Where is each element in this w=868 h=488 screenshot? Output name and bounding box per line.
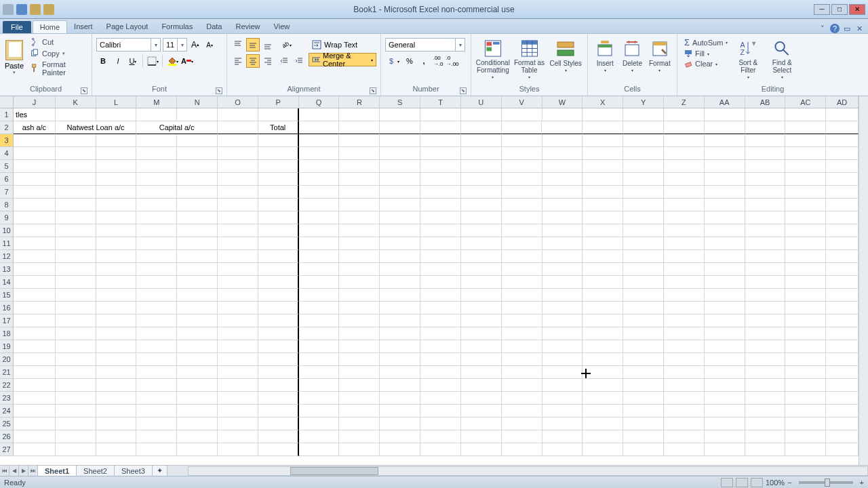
cell[interactable] <box>218 353 258 366</box>
increase-decimal-button[interactable]: .00→.0 <box>432 54 444 68</box>
cell[interactable] <box>299 199 340 211</box>
maximize-button[interactable]: □ <box>831 4 848 15</box>
cell[interactable] <box>258 173 299 186</box>
file-tab[interactable]: File <box>3 21 31 33</box>
cell[interactable] <box>583 263 623 276</box>
cell[interactable] <box>299 173 340 186</box>
cell[interactable] <box>299 392 340 405</box>
cell[interactable] <box>177 160 218 173</box>
cell[interactable] <box>258 224 299 237</box>
cell[interactable] <box>623 443 664 456</box>
cell[interactable] <box>664 250 705 263</box>
cell[interactable] <box>380 302 420 314</box>
cell[interactable] <box>461 443 502 456</box>
cell[interactable] <box>96 199 137 211</box>
cell[interactable] <box>14 237 56 250</box>
cell[interactable] <box>583 173 623 186</box>
cell[interactable] <box>339 121 380 134</box>
cell[interactable] <box>502 366 542 379</box>
border-button[interactable]: ▾ <box>146 54 159 68</box>
cell[interactable] <box>56 237 96 250</box>
cell[interactable] <box>745 443 786 456</box>
align-right-button[interactable] <box>261 54 275 68</box>
cell[interactable] <box>745 199 786 211</box>
cell[interactable] <box>542 134 583 147</box>
cell[interactable] <box>583 108 623 121</box>
cell[interactable] <box>218 430 258 443</box>
cell[interactable] <box>542 430 583 443</box>
cell[interactable] <box>542 276 583 289</box>
cell[interactable] <box>583 121 623 134</box>
row-header[interactable]: 21 <box>0 366 14 379</box>
column-header[interactable]: S <box>380 96 420 108</box>
cell[interactable] <box>502 224 542 237</box>
cell[interactable] <box>461 160 502 173</box>
cell[interactable] <box>96 173 137 186</box>
cell[interactable] <box>136 443 177 456</box>
cell[interactable] <box>258 211 299 224</box>
cell[interactable] <box>502 121 542 134</box>
cell[interactable] <box>96 418 137 430</box>
help-icon[interactable]: ? <box>830 24 840 33</box>
cell[interactable] <box>542 224 583 237</box>
cell[interactable] <box>745 379 786 392</box>
cell[interactable] <box>705 147 745 160</box>
cell[interactable] <box>14 302 56 314</box>
cell[interactable] <box>136 147 177 160</box>
cell[interactable] <box>380 250 420 263</box>
cell[interactable] <box>136 211 177 224</box>
cell[interactable] <box>136 392 177 405</box>
cell[interactable] <box>339 250 380 263</box>
cell[interactable] <box>420 392 461 405</box>
cell[interactable] <box>96 211 137 224</box>
cell[interactable] <box>56 134 96 147</box>
cell[interactable] <box>177 405 218 418</box>
cell[interactable] <box>299 108 340 121</box>
cell[interactable] <box>96 379 137 392</box>
cell[interactable] <box>705 250 745 263</box>
cell[interactable] <box>299 224 340 237</box>
increase-font-button[interactable]: A▴ <box>189 38 201 52</box>
cell[interactable] <box>299 186 340 199</box>
cell[interactable] <box>56 405 96 418</box>
row-header[interactable]: 20 <box>0 353 14 366</box>
alignment-dialog-icon[interactable]: ⬊ <box>370 87 376 94</box>
cell[interactable] <box>705 160 745 173</box>
cell[interactable] <box>380 211 420 224</box>
cell[interactable] <box>785 443 826 456</box>
cell[interactable] <box>14 224 56 237</box>
cell[interactable] <box>177 302 218 314</box>
cell[interactable] <box>299 211 340 224</box>
wrap-text-button[interactable]: Wrap Text <box>309 38 376 52</box>
cell[interactable] <box>96 353 137 366</box>
cell[interactable] <box>542 340 583 353</box>
cell[interactable] <box>705 237 745 250</box>
cell[interactable] <box>339 392 380 405</box>
cell[interactable] <box>177 289 218 302</box>
cell[interactable] <box>136 314 177 327</box>
cell[interactable] <box>56 199 96 211</box>
cell[interactable] <box>542 108 583 121</box>
cell[interactable] <box>664 289 705 302</box>
cell[interactable] <box>461 108 502 121</box>
cell[interactable] <box>785 379 826 392</box>
cell[interactable] <box>339 418 380 430</box>
number-format-select[interactable]: General▾ <box>385 38 465 52</box>
cell[interactable] <box>177 108 218 121</box>
cell[interactable] <box>380 173 420 186</box>
cell[interactable] <box>218 366 258 379</box>
cell[interactable] <box>785 276 826 289</box>
cell[interactable] <box>785 340 826 353</box>
number-dialog-icon[interactable]: ⬊ <box>460 87 467 94</box>
cell[interactable] <box>258 186 299 199</box>
cell[interactable] <box>664 443 705 456</box>
column-header[interactable]: AB <box>745 96 786 108</box>
cell[interactable] <box>339 237 380 250</box>
cell[interactable] <box>96 314 137 327</box>
cell[interactable] <box>420 430 461 443</box>
cell[interactable] <box>785 199 826 211</box>
cell[interactable] <box>177 224 218 237</box>
cell[interactable] <box>826 134 859 147</box>
cell[interactable] <box>299 250 340 263</box>
cell[interactable] <box>380 186 420 199</box>
